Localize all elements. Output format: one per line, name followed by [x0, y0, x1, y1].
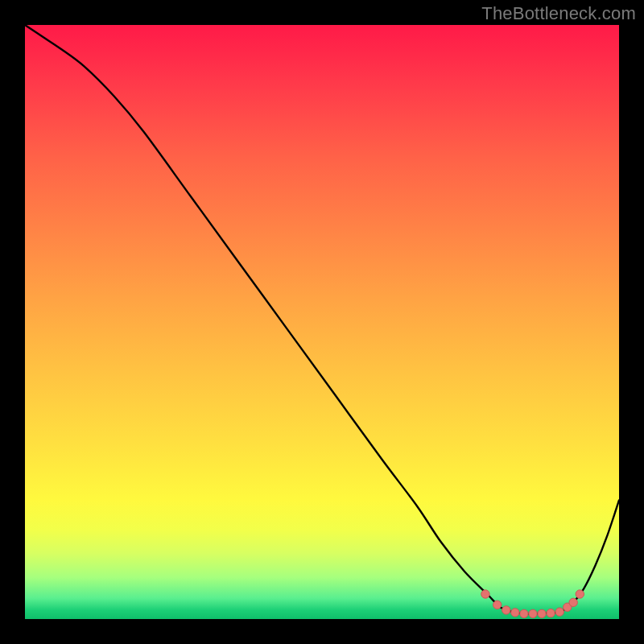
- highlight-dot: [538, 609, 546, 617]
- highlight-dots: [481, 590, 584, 618]
- watermark-text: TheBottleneck.com: [481, 3, 636, 24]
- chart-frame: TheBottleneck.com: [0, 0, 644, 644]
- highlight-dot: [547, 609, 555, 617]
- highlight-dot: [576, 590, 584, 598]
- plot-area: [25, 25, 619, 619]
- highlight-dot: [493, 601, 502, 609]
- highlight-dot: [555, 608, 564, 616]
- highlight-dot: [481, 590, 489, 598]
- highlight-dot: [502, 606, 510, 614]
- highlight-dot: [520, 609, 528, 617]
- highlight-dot: [529, 609, 537, 617]
- bottleneck-curve: [25, 25, 619, 614]
- highlight-dot: [511, 609, 519, 617]
- curve-layer: [25, 25, 619, 619]
- highlight-dot: [569, 598, 577, 606]
